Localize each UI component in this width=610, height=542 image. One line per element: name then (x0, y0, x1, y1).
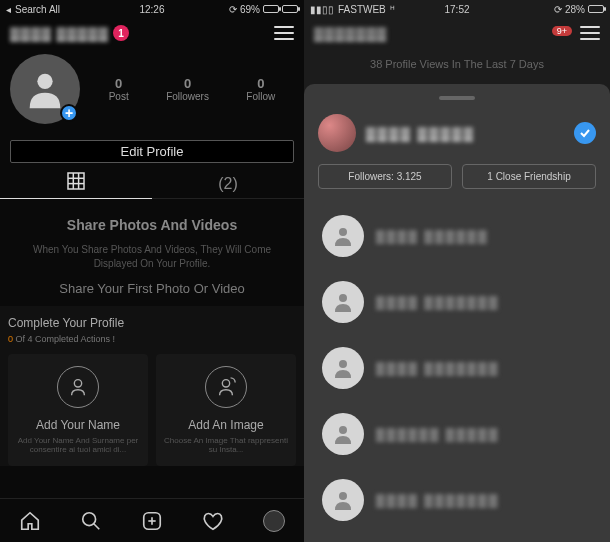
battery-pct: 69% (240, 4, 260, 15)
phone-right-followers-sheet: ▮▮▯▯ FASTWEB ᴴ 17:52 ⟳ 28% ▓▓▓▓▓▓▓ 9+ 38… (304, 0, 610, 542)
tab-grid[interactable] (0, 169, 152, 199)
followers-button[interactable]: Followers: 3.125 (318, 164, 452, 189)
nav-profile-icon[interactable] (254, 501, 294, 541)
network-icon: ᴴ (390, 4, 395, 15)
action-buttons: Followers: 3.125 1 Close Friendship (318, 164, 596, 189)
stat-posts[interactable]: 0 Post (109, 76, 129, 102)
profile-views-label: 38 Profile Views In The Last 7 Days (304, 48, 610, 84)
sheet-drag-handle[interactable] (439, 96, 475, 100)
battery-icon (588, 5, 604, 13)
svg-point-0 (37, 74, 52, 89)
status-bar: ▮▮▯▯ FASTWEB ᴴ 17:52 ⟳ 28% (304, 0, 610, 18)
avatar-placeholder-icon (322, 479, 364, 521)
status-time: 12:26 (103, 4, 200, 15)
svg-point-15 (339, 360, 347, 368)
svg-point-16 (339, 426, 347, 434)
signal-bars-icon: ▮▮▯▯ (310, 4, 334, 15)
status-time: 17:52 (408, 4, 506, 15)
sync-icon: ⟳ (229, 4, 237, 15)
list-item[interactable]: ▓▓▓▓ ▓▓▓▓▓▓▓ (318, 269, 596, 335)
nav-home-icon[interactable] (10, 501, 50, 541)
user-name: ▓▓▓▓ ▓▓▓▓▓▓▓ (376, 493, 500, 507)
share-title: Share Photos And Videos (20, 217, 284, 233)
check-icon (574, 122, 596, 144)
notification-badge[interactable]: 9+ (552, 26, 572, 36)
list-item[interactable]: ▓▓▓▓▓▓ ▓▓▓▓▓ (318, 401, 596, 467)
stat-followers[interactable]: 0 Followers (166, 76, 209, 102)
nav-search-icon[interactable] (71, 501, 111, 541)
share-first-link[interactable]: Share Your First Photo Or Video (20, 281, 284, 296)
add-avatar-icon[interactable]: + (60, 104, 78, 122)
user-name: ▓▓▓▓▓▓ ▓▓▓▓▓ (376, 427, 500, 441)
nav-activity-icon[interactable] (193, 501, 233, 541)
list-item[interactable]: ▓▓▓▓ ▓▓▓▓▓▓ (318, 203, 596, 269)
grid-icon (67, 172, 85, 194)
close-friendship-button[interactable]: 1 Close Friendship (462, 164, 596, 189)
battery-pct: 28% (565, 4, 585, 15)
user-name: ▓▓▓▓ ▓▓▓▓▓▓▓ (376, 361, 500, 375)
stats-row: 0 Post 0 Followers 0 Follow (80, 54, 294, 124)
svg-point-14 (339, 294, 347, 302)
hamburger-menu-icon[interactable] (580, 26, 600, 40)
avatar-placeholder-icon (322, 413, 364, 455)
svg-point-6 (74, 380, 81, 387)
nav-create-icon[interactable] (132, 501, 172, 541)
svg-line-9 (94, 523, 100, 529)
complete-title: Complete Your Profile (8, 316, 296, 330)
profile-summary: + 0 Post 0 Followers 0 Follow (0, 48, 304, 128)
share-description: When You Share Photos And Videos, They W… (20, 243, 284, 271)
svg-point-7 (222, 380, 229, 387)
username[interactable]: ▓▓▓▓▓▓▓ (314, 26, 387, 41)
svg-point-8 (83, 512, 96, 525)
complete-subtitle: 0 Of 4 Completed Actions ! (8, 334, 296, 344)
signal-icon: ◂ (6, 4, 11, 15)
username[interactable]: ▓▓▓▓ ▓▓▓▓▓ (10, 26, 109, 41)
profile-tabs: (2) (0, 169, 304, 199)
avatar-placeholder-icon (322, 281, 364, 323)
avatar-placeholder-icon (322, 215, 364, 257)
user-name: ▓▓▓▓ ▓▓▓▓▓▓ (376, 229, 489, 243)
notification-badge[interactable]: 1 (113, 25, 129, 41)
background-header: ▓▓▓▓▓▓▓ 9+ 38 Profile Views In The Last … (304, 18, 610, 84)
share-empty-state: Share Photos And Videos When You Share P… (0, 199, 304, 306)
hamburger-menu-icon[interactable] (274, 26, 294, 40)
phone-left-profile: ◂ Search All 12:26 ⟳ 69% ▓▓▓▓ ▓▓▓▓▓ 1 + (0, 0, 304, 542)
svg-rect-1 (68, 173, 84, 189)
tagged-count: (2) (218, 175, 238, 193)
camera-profile-icon (205, 366, 247, 408)
list-item[interactable]: ▓▓▓▓ ▓▓▓▓▓▓▓ (318, 335, 596, 401)
person-icon (57, 366, 99, 408)
status-bar: ◂ Search All 12:26 ⟳ 69% (0, 0, 304, 18)
stat-follow[interactable]: 0 Follow (246, 76, 275, 102)
avatar (318, 114, 356, 152)
sync-icon: ⟳ (554, 4, 562, 15)
avatar-placeholder-icon (322, 347, 364, 389)
complete-card-name[interactable]: Add Your Name Add Your Name And Surname … (8, 354, 148, 466)
carrier: Search All (15, 4, 60, 15)
svg-point-17 (339, 492, 347, 500)
complete-profile-section: Complete Your Profile 0 Of 4 Completed A… (0, 306, 304, 466)
tab-tagged[interactable]: (2) (152, 175, 304, 193)
battery-icon-2 (282, 5, 298, 13)
bottom-sheet: ▓▓▓▓ ▓▓▓▓▓ Followers: 3.125 1 Close Frie… (304, 84, 610, 542)
selected-user-row[interactable]: ▓▓▓▓ ▓▓▓▓▓ (318, 114, 596, 152)
battery-icon (263, 5, 279, 13)
list-item[interactable]: ▓▓▓▓ ▓▓▓▓▓▓▓ (318, 467, 596, 533)
carrier: FASTWEB (338, 4, 386, 15)
complete-card-image[interactable]: Add An Image Choose An Image That rappre… (156, 354, 296, 466)
profile-header: ▓▓▓▓ ▓▓▓▓▓ 1 (0, 18, 304, 48)
svg-point-13 (339, 228, 347, 236)
edit-profile-button[interactable]: Edit Profile (10, 140, 294, 163)
bottom-nav (0, 498, 304, 542)
user-name: ▓▓▓▓ ▓▓▓▓▓▓▓ (376, 295, 500, 309)
avatar-container[interactable]: + (10, 54, 80, 124)
selected-user-name: ▓▓▓▓ ▓▓▓▓▓ (366, 126, 564, 141)
